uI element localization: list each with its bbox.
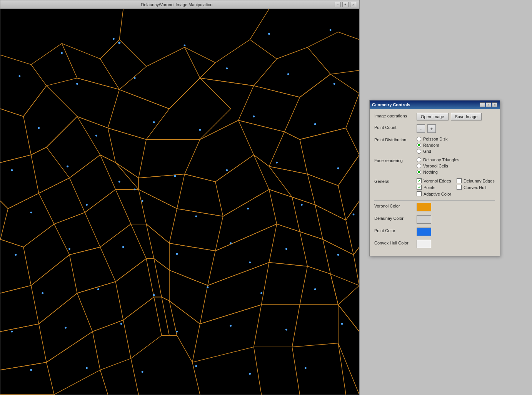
controls-panel: Geometry Controls − + × Image operations…	[369, 100, 500, 256]
distribution-options: Poisson Disk Random Grid	[417, 137, 495, 154]
distribution-random-option[interactable]: Random	[417, 143, 495, 147]
point-count-increase-button[interactable]: +	[427, 124, 436, 133]
convex-hull-color-row: Convex Hull Color	[374, 240, 495, 248]
convex-hull-label: Convex Hull	[464, 185, 486, 190]
voronoi-edges-checkbox[interactable]	[417, 178, 422, 183]
points-checkbox-item[interactable]: Points	[417, 185, 455, 190]
svg-point-27	[142, 200, 143, 202]
controls-body: Image operations Open Image Save Image P…	[370, 109, 500, 256]
convex-hull-color-content	[417, 240, 495, 248]
svg-point-18	[11, 169, 13, 171]
svg-point-30	[301, 204, 303, 206]
svg-point-53	[86, 367, 88, 369]
svg-point-45	[11, 331, 13, 333]
svg-point-10	[287, 73, 289, 75]
open-image-button[interactable]: Open Image	[417, 113, 449, 121]
face-rendering-options: Delaunay Triangles Voronoi Cells Nothing	[417, 157, 495, 174]
svg-point-14	[153, 121, 155, 123]
controls-close-button[interactable]: ×	[492, 102, 497, 107]
svg-point-28	[195, 215, 197, 217]
svg-point-52	[30, 369, 32, 371]
distribution-poisson-option[interactable]: Poisson Disk	[417, 137, 495, 141]
distribution-random-radio[interactable]	[417, 143, 421, 147]
voronoi-color-label: Voronoi Color	[374, 203, 417, 208]
svg-point-3	[183, 44, 185, 46]
main-window-title: Delaunay/Voronoi Image Manipulation	[19, 2, 335, 7]
adaptive-color-checkbox-item[interactable]: Adaptive Color	[417, 191, 455, 196]
svg-point-5	[330, 29, 332, 31]
point-distribution-label: Point Distribution	[374, 137, 417, 142]
svg-point-16	[253, 115, 255, 117]
convex-hull-color-label: Convex Hull Color	[374, 240, 417, 245]
distribution-random-selected	[418, 144, 420, 146]
point-count-content: - +	[417, 124, 495, 133]
general-row: General Voronoi Edges Delaunay Edges	[374, 178, 495, 196]
svg-point-26	[86, 204, 88, 206]
svg-point-20	[118, 181, 120, 183]
svg-point-23	[276, 162, 278, 164]
face-rendering-nothing-selected	[418, 171, 420, 173]
voronoi-edges-checkbox-item[interactable]: Voronoi Edges	[417, 178, 455, 183]
point-count-label: Point Count	[374, 124, 417, 130]
general-checkboxes: Voronoi Edges Delaunay Edges Points	[417, 178, 495, 196]
save-image-button[interactable]: Save Image	[451, 113, 482, 121]
distribution-poisson-label: Poisson Disk	[423, 137, 448, 141]
controls-minimize-button[interactable]: −	[480, 102, 485, 107]
delaunay-edges-label: Delaunay Edges	[464, 179, 495, 183]
main-maximize-button[interactable]: +	[342, 2, 349, 7]
svg-point-44	[314, 288, 316, 290]
canvas-area[interactable]	[0, 9, 359, 395]
main-minimize-button[interactable]: −	[335, 2, 341, 7]
svg-point-17	[314, 123, 316, 125]
svg-point-29	[247, 208, 249, 209]
point-color-row: Point Color	[374, 228, 495, 236]
face-rendering-delaunay-label: Delaunay Triangles	[423, 157, 459, 162]
separator-1	[374, 200, 495, 201]
convex-hull-checkbox[interactable]	[457, 185, 462, 190]
face-rendering-nothing-option[interactable]: Nothing	[417, 170, 495, 174]
delaunay-edges-checkbox[interactable]	[457, 178, 462, 183]
image-operations-row: Image operations Open Image Save Image	[374, 113, 495, 121]
svg-point-0	[118, 42, 120, 44]
points-checkbox[interactable]	[417, 185, 422, 190]
voronoi-edges-label: Voronoi Edges	[424, 179, 451, 183]
voronoi-svg	[0, 9, 359, 395]
face-rendering-nothing-label: Nothing	[423, 170, 438, 174]
svg-point-59	[134, 189, 136, 191]
svg-point-7	[76, 83, 78, 85]
delaunay-color-row: Delaunay Color	[374, 215, 495, 224]
svg-point-25	[30, 211, 32, 213]
svg-point-8	[134, 77, 136, 79]
svg-point-24	[337, 167, 339, 169]
adaptive-color-checkbox[interactable]	[417, 191, 422, 196]
face-rendering-voronoi-option[interactable]: Voronoi Cells	[417, 164, 495, 168]
voronoi-color-swatch[interactable]	[417, 203, 431, 211]
image-buttons-row: Open Image Save Image	[417, 113, 495, 121]
svg-point-57	[305, 367, 307, 369]
face-rendering-nothing-radio[interactable]	[417, 170, 421, 174]
point-count-row: Point Count - +	[374, 124, 495, 133]
face-rendering-delaunay-option[interactable]: Delaunay Triangles	[417, 157, 495, 162]
convex-hull-color-swatch[interactable]	[417, 240, 431, 248]
face-rendering-row: Face rendering Delaunay Triangles Vorono…	[374, 157, 495, 174]
face-rendering-delaunay-radio[interactable]	[417, 157, 421, 162]
distribution-grid-radio[interactable]	[417, 149, 421, 154]
svg-point-47	[120, 323, 122, 325]
face-rendering-voronoi-radio[interactable]	[417, 164, 421, 168]
delaunay-color-content	[417, 215, 495, 224]
distribution-grid-option[interactable]: Grid	[417, 149, 495, 154]
point-count-decrease-button[interactable]: -	[417, 124, 425, 133]
delaunay-color-swatch[interactable]	[417, 215, 431, 224]
delaunay-color-label: Delaunay Color	[374, 215, 417, 221]
svg-point-37	[285, 248, 287, 250]
main-titlebar-buttons: − + ×	[335, 2, 356, 7]
distribution-poisson-radio[interactable]	[417, 137, 421, 141]
controls-maximize-button[interactable]: +	[486, 102, 491, 107]
main-close-button[interactable]: ×	[350, 2, 356, 7]
svg-point-51	[341, 323, 343, 325]
svg-point-32	[15, 254, 17, 256]
point-color-swatch[interactable]	[417, 228, 431, 236]
svg-point-48	[176, 331, 178, 333]
convex-hull-checkbox-item[interactable]: Convex Hull	[457, 185, 495, 190]
delaunay-edges-checkbox-item[interactable]: Delaunay Edges	[457, 178, 495, 183]
